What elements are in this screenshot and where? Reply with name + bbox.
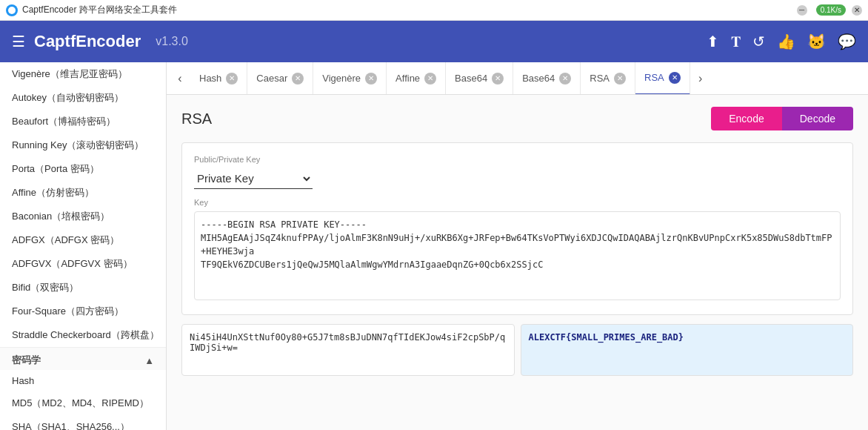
tab-base64-2-label: Base64 xyxy=(522,73,555,84)
tab-rsa-2-label: RSA xyxy=(644,72,664,83)
io-row: Ni45iH4UnXSttNuf0Oy80+G5J7tm8sBJuDNN7qfT… xyxy=(181,324,853,376)
page-content: RSA Encode Decode Public/Private Key Pri… xyxy=(167,95,868,430)
menu-icon[interactable]: ☰ xyxy=(12,33,25,50)
page-title-row: RSA Encode Decode xyxy=(181,107,853,130)
output-text: ALEXCTF{SMALL_PRIMES_ARE_BAD} xyxy=(529,332,684,343)
sidebar-item-foursquare[interactable]: Four-Square（四方密码） xyxy=(0,300,166,323)
sidebar-item-bifid[interactable]: Bifid（双密码） xyxy=(0,276,166,300)
tab-base64-1[interactable]: Base64 ✕ xyxy=(446,62,513,95)
title-bar: CaptfEncoder 跨平台网络安全工具套件 ─ 0.1K/s ✕ xyxy=(0,0,868,21)
tab-vigenere-label: Vigenère xyxy=(322,73,361,84)
sidebar-item-hash[interactable]: Hash xyxy=(0,370,166,391)
tab-caesar-label: Caesar xyxy=(256,73,287,84)
tab-affine[interactable]: Affine ✕ xyxy=(387,62,446,95)
tab-rsa-1[interactable]: RSA ✕ xyxy=(581,62,635,95)
tab-base64-2-close[interactable]: ✕ xyxy=(559,73,571,85)
sidebar-item-straddle[interactable]: Straddle Checkerboard（跨棋盘） xyxy=(0,323,166,347)
sidebar-item-runningkey[interactable]: Running Key（滚动密钥密码） xyxy=(0,133,166,157)
sidebar-item-beaufort[interactable]: Beaufort（博福特密码） xyxy=(0,110,166,133)
sidebar-item-affine[interactable]: Affine（仿射密码） xyxy=(0,181,166,205)
chat-icon[interactable]: 💬 xyxy=(838,33,856,50)
main-layout: Vigenère（维吉尼亚密码） Autokey（自动密钥密码） Beaufor… xyxy=(0,62,868,430)
close-button[interactable]: ✕ xyxy=(852,5,862,16)
tab-base64-2[interactable]: Base64 ✕ xyxy=(513,62,581,95)
app-title: CaptfEncoder 跨平台网络安全工具套件 xyxy=(22,4,177,16)
key-type-select[interactable]: Private Key Public Key xyxy=(194,168,313,189)
content-area: ‹ Hash ✕ Caesar ✕ Vigenère ✕ Affine ✕ Ba… xyxy=(167,62,868,430)
tab-caesar[interactable]: Caesar ✕ xyxy=(247,62,313,95)
page-title: RSA xyxy=(181,110,212,128)
tab-rsa-1-close[interactable]: ✕ xyxy=(614,73,626,85)
upload-icon[interactable]: ⬆ xyxy=(707,33,719,50)
input-text: Ni45iH4UnXSttNuf0Oy80+G5J7tm8sBJuDNN7qfT… xyxy=(190,332,505,353)
tab-next-button[interactable]: › xyxy=(690,68,711,89)
tab-rsa-2-close[interactable]: ✕ xyxy=(669,72,681,84)
sidebar-item-md5[interactable]: MD5（MD2、MD4、RIPEMD） xyxy=(0,391,166,415)
encode-button[interactable]: Encode xyxy=(711,107,781,130)
sidebar-section-crypto[interactable]: 密码学 ▲ xyxy=(0,347,166,370)
tabs-bar: ‹ Hash ✕ Caesar ✕ Vigenère ✕ Affine ✕ Ba… xyxy=(167,62,868,95)
sidebar-section-crypto-label: 密码学 xyxy=(12,354,41,367)
tab-affine-close[interactable]: ✕ xyxy=(424,73,436,85)
key-type-label: Public/Private Key xyxy=(194,155,841,164)
sidebar-item-vigenere[interactable]: Vigenère（维吉尼亚密码） xyxy=(0,62,166,86)
output-box[interactable]: ALEXCTF{SMALL_PRIMES_ARE_BAD} xyxy=(521,324,854,376)
tab-hash-label: Hash xyxy=(199,73,221,84)
header: ☰ CaptfEncoder v1.3.0 ⬆ 𝐓 ↺ 👍 🐱 💬 xyxy=(0,21,868,62)
tab-rsa-1-label: RSA xyxy=(590,73,610,84)
tab-hash[interactable]: Hash ✕ xyxy=(190,62,247,95)
input-box[interactable]: Ni45iH4UnXSttNuf0Oy80+G5J7tm8sBJuDNN7qfT… xyxy=(181,324,515,376)
minimize-button[interactable]: ─ xyxy=(797,5,807,16)
key-type-section: Public/Private Key Private Key Public Ke… xyxy=(181,142,853,315)
sidebar-item-adfgx[interactable]: ADFGX（ADFGX 密码） xyxy=(0,228,166,252)
app-version: v1.3.0 xyxy=(156,35,188,48)
sidebar: Vigenère（维吉尼亚密码） Autokey（自动密钥密码） Beaufor… xyxy=(0,62,167,430)
key-label: Key xyxy=(194,198,841,207)
app-icon xyxy=(6,4,18,16)
text-icon[interactable]: 𝐓 xyxy=(731,33,741,50)
tab-vigenere[interactable]: Vigenère ✕ xyxy=(313,62,387,95)
key-textarea[interactable]: -----BEGIN RSA PRIVATE KEY----- MIH5AgEA… xyxy=(194,211,841,300)
svg-point-0 xyxy=(8,7,16,14)
network-badge: 0.1K/s xyxy=(816,4,846,16)
like-icon[interactable]: 👍 xyxy=(777,33,795,50)
window-controls: ─ 0.1K/s ✕ xyxy=(797,4,862,16)
tab-rsa-2[interactable]: RSA ✕ xyxy=(635,62,690,95)
tab-prev-button[interactable]: ‹ xyxy=(170,68,190,89)
select-wrapper: Private Key Public Key xyxy=(194,168,841,189)
sidebar-item-sha[interactable]: SHA（SHA1、SHA256...） xyxy=(0,415,166,430)
decode-button[interactable]: Decode xyxy=(782,107,853,130)
tab-caesar-close[interactable]: ✕ xyxy=(292,73,304,85)
cat-icon[interactable]: 🐱 xyxy=(807,33,826,50)
refresh-icon[interactable]: ↺ xyxy=(752,33,765,50)
app-name: CaptfEncoder xyxy=(34,32,141,51)
sidebar-item-porta[interactable]: Porta（Porta 密码） xyxy=(0,157,166,181)
tab-hash-close[interactable]: ✕ xyxy=(226,73,238,85)
header-icons: ⬆ 𝐓 ↺ 👍 🐱 💬 xyxy=(707,33,856,50)
sidebar-item-adfgvx[interactable]: ADFGVX（ADFGVX 密码） xyxy=(0,252,166,276)
tab-base64-1-label: Base64 xyxy=(455,73,487,84)
sidebar-section-crypto-collapse[interactable]: ▲ xyxy=(144,355,154,366)
tab-affine-label: Affine xyxy=(395,73,420,84)
sidebar-item-autokey[interactable]: Autokey（自动密钥密码） xyxy=(0,86,166,110)
encode-decode-buttons: Encode Decode xyxy=(711,107,853,130)
sidebar-item-baconian[interactable]: Baconian（培根密码） xyxy=(0,205,166,228)
tab-vigenere-close[interactable]: ✕ xyxy=(365,73,377,85)
tab-base64-1-close[interactable]: ✕ xyxy=(492,73,504,85)
